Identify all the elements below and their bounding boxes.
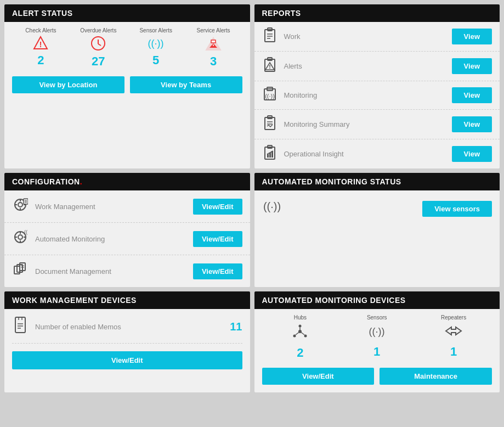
- svg-point-34: [18, 203, 22, 207]
- automated-monitoring-devices-card: AUTOMATED MONITORING DEVICES Hubs: [254, 291, 500, 392]
- operational-insight-report-label: Operational Insight: [284, 150, 445, 158]
- view-sensors-button[interactable]: View sensors: [422, 201, 492, 217]
- monitoring-report-icon: ((·)): [262, 87, 278, 104]
- memo-count-label: Number of enabled Memos: [35, 323, 223, 331]
- sensors-device-item: Sensors ((·)) 1: [338, 314, 415, 360]
- sensors-device-count: 1: [338, 345, 415, 359]
- svg-text:((: ((: [24, 229, 27, 235]
- document-management-config-button[interactable]: View/Edit: [193, 263, 242, 279]
- document-management-config-icon: [12, 262, 29, 280]
- overdue-alerts-item: Overdue Alerts 27: [70, 27, 127, 69]
- automated-monitoring-devices-header: AUTOMATED MONITORING DEVICES: [254, 291, 500, 309]
- alert-counts: Check Alerts ! 2 Overdue Alerts: [12, 27, 242, 69]
- report-work-row: Work View: [254, 22, 500, 52]
- memo-count-value: 11: [230, 321, 242, 333]
- svg-rect-56: [15, 317, 25, 333]
- svg-text:((·)): ((·)): [369, 326, 385, 337]
- hubs-device-label: Hubs: [262, 314, 339, 321]
- svg-point-64: [293, 335, 296, 338]
- automated-monitoring-config-button[interactable]: View/Edit: [193, 231, 242, 247]
- work-report-icon: [262, 27, 278, 46]
- alert-status-body: Check Alerts ! 2 Overdue Alerts: [4, 22, 250, 101]
- check-alerts-label: Check Alerts: [12, 27, 70, 33]
- memo-device-icon: [12, 317, 29, 336]
- svg-marker-70: [446, 327, 461, 335]
- monitoring-summary-report-label: Monitoring Summary: [284, 120, 445, 128]
- report-monitoring-summary-row: Monitoring Summary View: [254, 110, 500, 139]
- reports-header: REPORTS: [254, 4, 500, 22]
- alerts-report-view-button[interactable]: View: [452, 58, 492, 74]
- monitoring-report-view-button[interactable]: View: [452, 87, 492, 103]
- document-management-config-label: Document Management: [35, 267, 186, 276]
- automated-monitoring-config-label: Automated Monitoring: [35, 235, 186, 243]
- work-management-config-row: Work Management View/Edit: [4, 190, 250, 223]
- service-alerts-count: 3: [185, 54, 242, 69]
- automated-monitoring-devices-maintenance-button[interactable]: Maintenance: [380, 368, 492, 385]
- work-management-devices-header: WORK MANAGEMENT DEVICES: [4, 291, 250, 309]
- svg-rect-23: [265, 117, 275, 130]
- automated-monitoring-status-title: AUTOMATED MONITORING STATUS: [262, 177, 401, 186]
- alerts-report-icon: [262, 57, 278, 75]
- sensor-alerts-item: Sensor Alerts ((·)) 5: [127, 27, 185, 69]
- configuration-title: CONFIGURATION: [12, 177, 80, 186]
- operational-insight-report-icon: [262, 145, 278, 163]
- svg-line-67: [296, 332, 300, 335]
- svg-rect-29: [267, 154, 269, 158]
- svg-text:((·)): ((·)): [265, 93, 275, 99]
- operational-insight-report-view-button[interactable]: View: [452, 146, 492, 162]
- work-management-devices-body: Number of enabled Memos 11 View/Edit: [4, 309, 250, 377]
- service-alerts-icon: [185, 36, 242, 53]
- check-alerts-item: Check Alerts ! 2: [12, 27, 70, 69]
- alert-buttons: View by Location View by Teams: [12, 76, 242, 93]
- alert-status-card: ALERT STATUS Check Alerts ! 2 Overdue Al…: [4, 4, 250, 168]
- report-operational-insight-row: Operational Insight View: [254, 139, 500, 168]
- work-management-devices-row: Number of enabled Memos 11: [12, 317, 242, 344]
- svg-rect-7: [211, 40, 216, 43]
- sensors-device-icon: ((·)): [338, 323, 415, 344]
- svg-text:!: !: [39, 40, 42, 49]
- work-management-config-icon: [12, 197, 29, 216]
- hubs-device-item: Hubs 2: [262, 314, 339, 360]
- amd-buttons: View/Edit Maintenance: [262, 368, 492, 385]
- automated-monitoring-status-body: ((·)) View sensors: [254, 190, 500, 227]
- ams-sensor-icon: ((·)): [262, 199, 282, 218]
- automated-monitoring-devices-edit-button[interactable]: View/Edit: [262, 368, 375, 385]
- work-management-config-button[interactable]: View/Edit: [193, 199, 242, 215]
- repeaters-device-label: Repeaters: [415, 314, 492, 321]
- wmd-button-row: View/Edit: [12, 351, 242, 369]
- view-by-location-button[interactable]: View by Location: [12, 76, 124, 93]
- check-alerts-count: 2: [12, 53, 70, 68]
- monitoring-summary-report-view-button[interactable]: View: [452, 116, 492, 132]
- svg-text:((·)): ((·)): [148, 38, 164, 49]
- svg-rect-10: [265, 30, 275, 42]
- work-management-devices-title: WORK MANAGEMENT DEVICES: [12, 296, 137, 305]
- alert-status-title: ALERT STATUS: [12, 9, 72, 18]
- work-management-config-label: Work Management: [35, 203, 186, 211]
- sensor-alerts-icon: ((·)): [127, 36, 185, 52]
- svg-point-65: [304, 335, 307, 338]
- automated-monitoring-config-row: (( Automated Monitoring View/Edit: [4, 223, 250, 255]
- reports-title: REPORTS: [262, 9, 301, 18]
- monitoring-report-label: Monitoring: [284, 91, 445, 99]
- view-by-teams-button[interactable]: View by Teams: [130, 76, 242, 93]
- automated-monitoring-devices-body: Hubs 2 S: [254, 309, 500, 392]
- automated-monitoring-config-icon: ((: [12, 229, 29, 248]
- work-report-view-button[interactable]: View: [452, 29, 492, 44]
- reports-card: REPORTS Work View: [254, 4, 500, 168]
- hubs-device-icon: [262, 323, 339, 345]
- work-management-devices-edit-button[interactable]: View/Edit: [12, 351, 242, 369]
- overdue-alerts-count: 27: [70, 54, 127, 69]
- amd-device-list: Hubs 2 S: [262, 314, 492, 360]
- repeaters-device-item: Repeaters 1: [415, 314, 492, 360]
- automated-monitoring-devices-title: AUTOMATED MONITORING DEVICES: [262, 296, 406, 305]
- automated-monitoring-status-header: AUTOMATED MONITORING STATUS: [254, 173, 500, 190]
- sensors-device-label: Sensors: [338, 314, 415, 321]
- overdue-alerts-label: Overdue Alerts: [70, 27, 127, 33]
- automated-monitoring-status-card: AUTOMATED MONITORING STATUS ((·)) View s…: [254, 173, 500, 287]
- repeaters-device-icon: [415, 323, 492, 344]
- svg-line-68: [300, 332, 304, 335]
- check-alerts-icon: !: [12, 36, 70, 52]
- work-report-label: Work: [284, 32, 445, 41]
- work-management-devices-card: WORK MANAGEMENT DEVICES Number of enable…: [4, 291, 250, 392]
- sensor-alerts-label: Sensor Alerts: [127, 27, 185, 33]
